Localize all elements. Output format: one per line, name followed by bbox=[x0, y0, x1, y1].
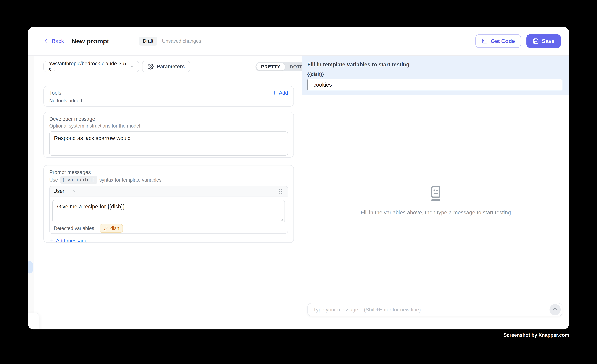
add-message-label: Add message bbox=[56, 238, 87, 243]
message-textarea[interactable]: Give me a recipe for {{dish}} bbox=[52, 200, 285, 222]
variable-badge-label: dish bbox=[110, 226, 119, 231]
arrow-up-icon bbox=[552, 307, 558, 312]
header: Back New prompt Draft Unsaved changes Ge… bbox=[28, 27, 569, 56]
add-tool-button[interactable]: Add bbox=[272, 90, 288, 96]
back-button[interactable]: Back bbox=[43, 38, 64, 44]
send-button[interactable] bbox=[550, 304, 561, 315]
developer-message-subtitle: Optional system instructions for the mod… bbox=[49, 123, 288, 129]
drag-handle-icon[interactable] bbox=[278, 188, 284, 195]
sidebar-active-item[interactable] bbox=[28, 261, 33, 273]
model-toolbar: aws/anthropic/bedrock-claude-3-5-s... Pa… bbox=[43, 61, 294, 72]
watermark-text: Screenshot by Xnapper.com bbox=[503, 332, 569, 338]
tools-empty-text: No tools added bbox=[49, 98, 288, 103]
parameters-label: Parameters bbox=[157, 64, 185, 69]
save-button[interactable]: Save bbox=[526, 34, 561, 48]
message-body: Give me a recipe for {{dish}} Detected v… bbox=[50, 197, 288, 233]
tester-empty-caption: Fill in the variables above, then type a… bbox=[302, 210, 569, 216]
chat-message-input[interactable] bbox=[313, 307, 550, 313]
sidebar-sliver bbox=[28, 56, 34, 329]
save-icon bbox=[533, 38, 539, 44]
terminal-icon bbox=[481, 38, 488, 44]
tools-card: Tools Add No tools added bbox=[43, 86, 294, 107]
chevron-down-icon bbox=[129, 64, 135, 69]
robot-display-icon bbox=[302, 185, 569, 203]
chat-composer bbox=[307, 303, 562, 316]
app-window: Back New prompt Draft Unsaved changes Ge… bbox=[28, 27, 569, 329]
variable-syntax-chip: {{variable}} bbox=[60, 176, 97, 184]
unsaved-changes-text: Unsaved changes bbox=[162, 38, 201, 44]
toggle-pretty[interactable]: PRETTY bbox=[256, 63, 285, 70]
editor-panel: aws/anthropic/bedrock-claude-3-5-s... Pa… bbox=[28, 56, 302, 329]
variable-badge-dish[interactable]: dish bbox=[100, 224, 123, 233]
gear-icon bbox=[148, 64, 154, 69]
developer-message-card: Developer message Optional system instru… bbox=[43, 112, 294, 158]
developer-message-title: Developer message bbox=[49, 116, 288, 122]
tester-panel: Fill in template variables to start test… bbox=[302, 56, 569, 329]
variable-field-input[interactable] bbox=[307, 79, 562, 90]
subtitle-prefix: Use bbox=[49, 177, 58, 183]
template-variables-title: Fill in template variables to start test… bbox=[307, 61, 562, 68]
model-selector[interactable]: aws/anthropic/bedrock-claude-3-5-s... bbox=[43, 61, 139, 72]
prompt-messages-title: Prompt messages bbox=[49, 169, 288, 175]
subtitle-suffix: syntax for template variables bbox=[99, 177, 161, 183]
get-code-label: Get Code bbox=[491, 38, 515, 44]
model-selector-value: aws/anthropic/bedrock-claude-3-5-s... bbox=[48, 61, 129, 72]
chevron-down-icon bbox=[72, 189, 77, 194]
plus-icon bbox=[49, 238, 55, 243]
add-tool-label: Add bbox=[279, 90, 288, 96]
tester-empty-state: Fill in the variables above, then type a… bbox=[302, 185, 569, 216]
plus-icon bbox=[272, 90, 277, 95]
prompt-messages-subtitle: Use {{variable}} syntax for template var… bbox=[49, 176, 288, 184]
variable-field-label: {{dish}} bbox=[307, 72, 562, 77]
detected-variables-label: Detected variables: bbox=[54, 226, 95, 231]
save-label: Save bbox=[542, 38, 555, 44]
template-variables-box: Fill in template variables to start test… bbox=[302, 56, 569, 95]
message-header: User bbox=[50, 186, 288, 197]
page-title: New prompt bbox=[71, 38, 109, 45]
add-message-button[interactable]: Add message bbox=[49, 238, 288, 243]
message-block: User Give me a recipe for {{dish}} bbox=[49, 186, 288, 234]
pencil-icon bbox=[103, 226, 108, 231]
back-arrow-icon bbox=[43, 38, 49, 44]
role-value: User bbox=[54, 188, 64, 194]
corner-popup-fragment bbox=[28, 313, 39, 329]
back-label: Back bbox=[52, 38, 64, 44]
tools-title: Tools bbox=[49, 90, 61, 96]
get-code-button[interactable]: Get Code bbox=[475, 34, 521, 48]
status-badge: Draft bbox=[139, 37, 157, 46]
parameters-button[interactable]: Parameters bbox=[142, 61, 190, 72]
prompt-messages-card: Prompt messages Use {{variable}} syntax … bbox=[43, 165, 294, 243]
role-selector[interactable]: User bbox=[54, 188, 77, 194]
detected-variables-row: Detected variables: dish bbox=[52, 224, 285, 233]
developer-message-textarea[interactable]: Respond as jack sparrow would bbox=[49, 131, 288, 156]
